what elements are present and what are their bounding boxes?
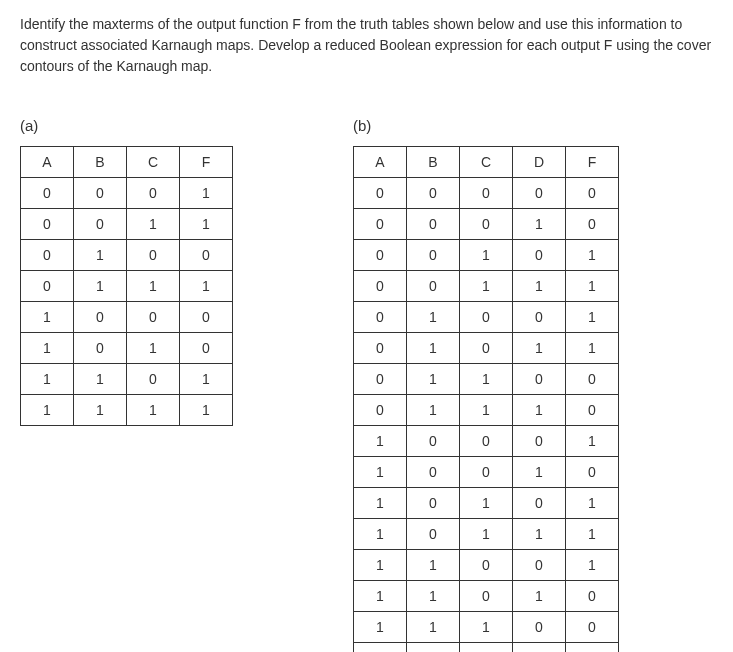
table-b-cell: 1 [407,364,460,395]
table-row: 1111 [21,395,233,426]
table-row: 00101 [354,240,619,271]
table-b-cell: 1 [354,488,407,519]
table-b-cell: 1 [460,395,513,426]
table-b-cell: 1 [513,395,566,426]
table-b-cell: 1 [513,457,566,488]
table-b-cell: 0 [513,302,566,333]
table-b-cell: 0 [566,581,619,612]
table-b-cell: 1 [460,364,513,395]
table-a-cell: 1 [127,209,180,240]
table-b-cell: 0 [407,271,460,302]
table-b-cell: 1 [460,519,513,550]
table-b-cell: 0 [566,364,619,395]
table-b-cell: 0 [460,209,513,240]
table-b-cell: 1 [566,426,619,457]
table-a-cell: 1 [74,240,127,271]
table-a-cell: 0 [21,209,74,240]
table-b-cell: 0 [513,240,566,271]
table-row: 10001 [354,426,619,457]
table-row: 00111 [354,271,619,302]
table-b-cell: 1 [354,581,407,612]
table-a-cell: 1 [180,395,233,426]
table-b-header: F [566,147,619,178]
table-b-cell: 1 [460,240,513,271]
table-b-cell: 1 [460,488,513,519]
table-a-cell: 1 [74,395,127,426]
table-row: 10101 [354,488,619,519]
table-a-cell: 1 [180,364,233,395]
table-b-cell: 1 [354,612,407,643]
part-b: (b) A B C D F 00000000100010100111010010… [353,117,619,652]
table-b-header: A [354,147,407,178]
table-a-cell: 0 [74,333,127,364]
table-a-cell: 1 [21,395,74,426]
table-b-cell: 0 [566,643,619,653]
table-b-cell: 1 [354,550,407,581]
table-b-cell: 1 [460,643,513,653]
table-b-cell: 1 [566,240,619,271]
table-b-cell: 1 [566,519,619,550]
table-row: 0111 [21,271,233,302]
table-a-cell: 1 [180,178,233,209]
table-b-cell: 0 [513,178,566,209]
table-b-cell: 1 [354,643,407,653]
table-b-cell: 0 [354,271,407,302]
table-a-cell: 1 [180,271,233,302]
table-b-header: C [460,147,513,178]
table-b-cell: 0 [566,457,619,488]
table-a-cell: 0 [74,302,127,333]
table-a-cell: 1 [74,271,127,302]
table-b-cell: 0 [407,240,460,271]
table-b-cell: 0 [354,333,407,364]
table-b-cell: 0 [566,209,619,240]
table-b-header: D [513,147,566,178]
truth-table-a: A B C F 00010011010001111000101011011111 [20,146,233,426]
table-b-cell: 0 [460,302,513,333]
table-b-cell: 0 [566,178,619,209]
truth-table-b: A B C D F 000000001000101001110100101011… [353,146,619,652]
table-b-cell: 0 [513,426,566,457]
table-b-cell: 1 [407,612,460,643]
table-b-cell: 0 [460,333,513,364]
table-a-cell: 0 [127,240,180,271]
table-b-cell: 1 [513,333,566,364]
table-a-header: C [127,147,180,178]
table-b-cell: 1 [460,271,513,302]
table-b-cell: 0 [407,457,460,488]
table-a-cell: 0 [21,178,74,209]
table-b-cell: 1 [354,426,407,457]
table-a-cell: 1 [127,395,180,426]
table-b-cell: 0 [566,395,619,426]
table-a-cell: 0 [180,240,233,271]
table-a-cell: 0 [127,364,180,395]
table-b-cell: 1 [513,643,566,653]
table-row: 11110 [354,643,619,653]
table-b-cell: 0 [513,612,566,643]
table-b-cell: 0 [460,426,513,457]
table-row: 00010 [354,209,619,240]
table-b-cell: 0 [566,612,619,643]
table-b-cell: 1 [513,519,566,550]
table-b-cell: 1 [354,519,407,550]
table-b-cell: 1 [407,581,460,612]
table-row: 01110 [354,395,619,426]
table-b-cell: 0 [354,302,407,333]
question-text: Identify the maxterms of the output func… [20,14,713,77]
table-b-header: B [407,147,460,178]
table-row: 1010 [21,333,233,364]
table-a-cell: 0 [21,271,74,302]
table-a-cell: 0 [74,209,127,240]
table-b-cell: 1 [407,395,460,426]
table-b-cell: 0 [513,488,566,519]
table-b-cell: 1 [354,457,407,488]
table-b-cell: 1 [513,209,566,240]
table-b-cell: 1 [566,550,619,581]
table-b-cell: 0 [407,488,460,519]
table-b-cell: 1 [407,333,460,364]
table-a-header: A [21,147,74,178]
table-row: 11010 [354,581,619,612]
table-row: 1101 [21,364,233,395]
table-row: 11100 [354,612,619,643]
table-b-cell: 1 [407,643,460,653]
table-b-cell: 0 [354,209,407,240]
